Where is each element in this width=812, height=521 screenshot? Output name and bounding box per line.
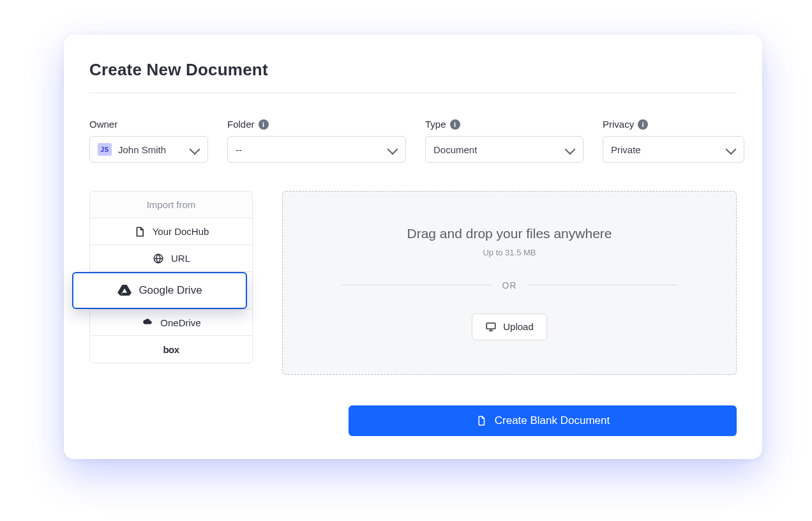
privacy-select[interactable]: Private <box>603 136 744 163</box>
divider <box>342 285 492 285</box>
owner-field: Owner JS John Smith <box>89 119 208 163</box>
document-icon <box>476 415 487 427</box>
type-value: Document <box>433 144 477 155</box>
globe-icon <box>152 252 165 265</box>
divider <box>89 93 737 93</box>
import-item-label: Your DocHub <box>153 226 209 237</box>
import-item-label: Google Drive <box>139 284 202 297</box>
drop-zone[interactable]: Drag and drop your files anywhere Up to … <box>282 191 737 375</box>
info-icon[interactable]: i <box>638 119 648 130</box>
import-item-label: OneDrive <box>160 317 200 328</box>
folder-field: Folder i -- <box>227 119 406 163</box>
import-item-dochub[interactable]: Your DocHub <box>90 218 252 245</box>
folder-value: -- <box>236 144 242 155</box>
type-select[interactable]: Document <box>425 136 583 163</box>
upload-button-label: Upload <box>503 321 534 332</box>
import-header: Import from <box>90 192 252 218</box>
chevron-down-icon <box>565 144 576 155</box>
box-logo-text: box <box>163 344 179 355</box>
body-row: Import from Your DocHub URL Google Drive <box>89 191 737 375</box>
owner-label: Owner <box>89 119 208 130</box>
import-item-onedrive[interactable]: OneDrive <box>90 309 252 336</box>
chevron-down-icon <box>726 144 737 155</box>
create-blank-document-button[interactable]: Create Blank Document <box>349 405 737 436</box>
dropzone-or-row: OR <box>342 280 677 291</box>
type-label: Type i <box>425 119 583 130</box>
import-item-url[interactable]: URL <box>90 245 252 272</box>
import-item-box[interactable]: box <box>90 336 252 363</box>
privacy-value: Private <box>611 144 641 155</box>
dropzone-or: OR <box>502 280 517 291</box>
import-panel: Import from Your DocHub URL Google Drive <box>89 191 253 363</box>
privacy-label-text: Privacy <box>603 119 634 130</box>
owner-select[interactable]: JS John Smith <box>89 136 208 163</box>
info-icon[interactable]: i <box>259 119 269 130</box>
chevron-down-icon <box>190 144 200 155</box>
create-document-card: Create New Document Owner JS John Smith … <box>64 34 762 459</box>
type-field: Type i Document <box>425 119 583 163</box>
folder-label-text: Folder <box>227 119 255 130</box>
dropzone-subtitle: Up to 31.5 MB <box>483 248 536 257</box>
onedrive-icon <box>141 316 154 329</box>
dochub-icon <box>133 225 146 238</box>
folder-label: Folder i <box>227 119 406 130</box>
google-drive-icon <box>117 283 132 298</box>
info-icon[interactable]: i <box>450 119 460 130</box>
monitor-icon <box>485 321 497 333</box>
import-item-label: URL <box>171 253 190 264</box>
owner-value: John Smith <box>118 144 166 155</box>
svg-rect-1 <box>486 323 495 329</box>
privacy-field: Privacy i Private <box>603 119 744 163</box>
owner-label-text: Owner <box>89 119 117 130</box>
folder-select[interactable]: -- <box>227 136 406 163</box>
privacy-label: Privacy i <box>603 119 744 130</box>
owner-avatar: JS <box>98 143 112 156</box>
page-title: Create New Document <box>89 60 737 80</box>
fields-row: Owner JS John Smith Folder i -- <box>89 119 737 163</box>
primary-button-label: Create Blank Document <box>495 414 610 427</box>
upload-button[interactable]: Upload <box>472 313 547 340</box>
type-label-text: Type <box>425 119 446 130</box>
divider <box>527 285 677 285</box>
dropzone-title: Drag and drop your files anywhere <box>407 226 612 241</box>
chevron-down-icon <box>387 144 398 155</box>
import-item-google-drive[interactable]: Google Drive <box>72 272 247 309</box>
